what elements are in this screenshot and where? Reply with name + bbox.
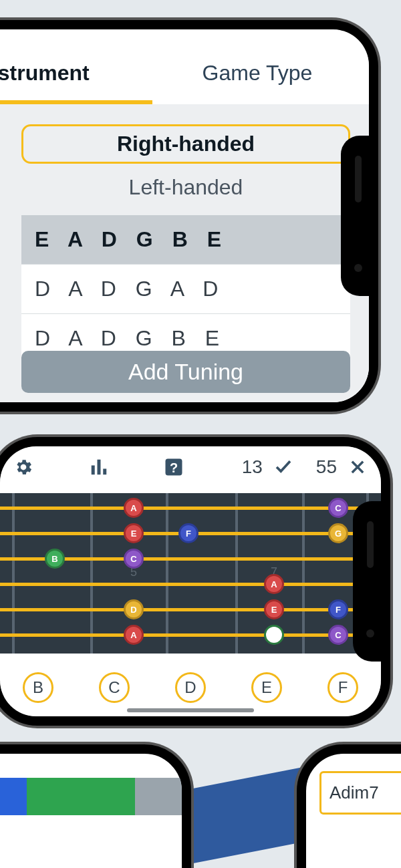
- fret-note[interactable]: A: [124, 498, 144, 518]
- close-icon[interactable]: [346, 456, 369, 478]
- tuning-item[interactable]: D A D G A D: [21, 265, 350, 314]
- device-notch: [353, 501, 381, 662]
- score-right: 55: [312, 456, 341, 478]
- tab-bar: Instrument Game Type: [0, 29, 369, 103]
- fret-note[interactable]: F: [178, 523, 198, 543]
- phone-chord-fragment: Adim7: [297, 744, 401, 868]
- answer-button[interactable]: E: [251, 672, 282, 703]
- fret-note[interactable]: E: [124, 523, 144, 543]
- game-toolbar: ? 13 55: [0, 446, 381, 488]
- tab-instrument[interactable]: Instrument: [0, 38, 146, 103]
- chord-label[interactable]: Adim7: [319, 771, 401, 815]
- fret-note[interactable]: D: [124, 599, 144, 619]
- help-icon[interactable]: ?: [162, 456, 185, 478]
- svg-rect-2: [103, 469, 106, 475]
- answer-button[interactable]: C: [99, 672, 130, 703]
- answer-button[interactable]: B: [23, 672, 53, 703]
- tab-game-type[interactable]: Game Type: [146, 38, 369, 103]
- fret-note[interactable]: G: [328, 523, 348, 543]
- svg-rect-0: [91, 466, 94, 475]
- fret-note[interactable]: [264, 625, 284, 645]
- answer-button[interactable]: F: [327, 672, 358, 703]
- home-indicator: [127, 708, 254, 712]
- phone-fretboard: ? 13 55: [0, 437, 390, 726]
- fret-note[interactable]: F: [328, 599, 348, 619]
- progress-bar: [0, 778, 182, 815]
- answer-row: B C D E F: [0, 667, 381, 708]
- phone-progress-fragment: [0, 744, 191, 868]
- stats-icon[interactable]: [88, 456, 110, 478]
- answer-button[interactable]: D: [175, 672, 206, 703]
- option-right-handed[interactable]: Right-handed: [21, 124, 350, 164]
- phone-settings: Instrument Game Type Right-handed Left-h…: [0, 20, 378, 412]
- add-tuning-button[interactable]: Add Tuning: [21, 351, 350, 393]
- fret-note[interactable]: A: [124, 625, 144, 645]
- fret-note[interactable]: E: [264, 599, 284, 619]
- fret-note[interactable]: B: [45, 549, 65, 569]
- check-icon: [272, 456, 295, 478]
- device-notch: [341, 136, 369, 296]
- fret-note[interactable]: A: [264, 574, 284, 594]
- svg-rect-1: [97, 460, 100, 475]
- fret-note[interactable]: C: [124, 549, 144, 569]
- tuning-item[interactable]: E A D G B E: [21, 215, 350, 265]
- score-left: 13: [238, 456, 267, 478]
- fret-note[interactable]: C: [328, 625, 348, 645]
- fretboard[interactable]: 5 7 AECDABFAECGFC: [0, 493, 381, 654]
- gear-icon[interactable]: [12, 456, 35, 478]
- option-left-handed[interactable]: Left-handed: [21, 168, 350, 207]
- svg-text:?: ?: [170, 460, 178, 475]
- fret-note[interactable]: C: [328, 498, 348, 518]
